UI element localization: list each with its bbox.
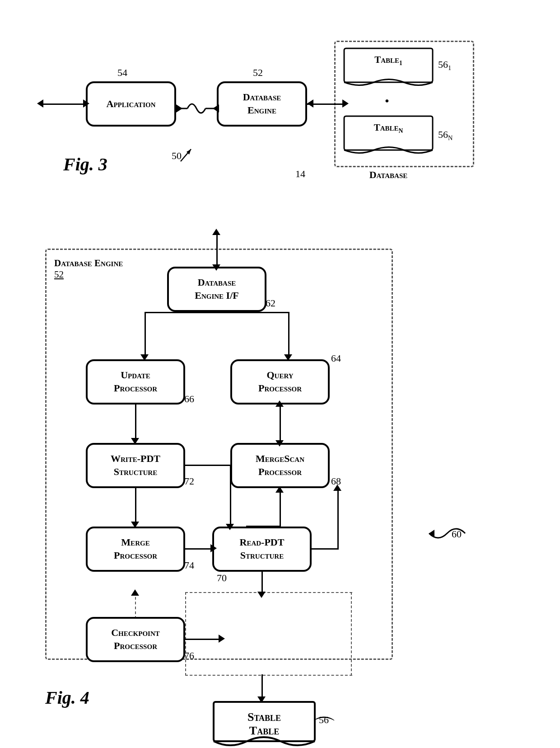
ref-52: 52 [253, 67, 263, 79]
merge-processor-box: MergeProcessor [86, 527, 185, 572]
tableN-box: TableN [343, 115, 434, 160]
arrowhead-right1 [83, 99, 89, 108]
page: Table1 TableN • Database 561 56N 14 Appl… [0, 0, 560, 748]
ref-66: 66 [184, 393, 194, 405]
arrowhead-merge-right [210, 544, 217, 552]
arrow-if-horiz-right [218, 312, 289, 313]
fig3-diagram: Table1 TableN • Database 561 56N 14 Appl… [18, 18, 542, 208]
stable-table-box: StableTable [212, 701, 316, 748]
mergescan-box: MergeScanProcessor [230, 443, 330, 488]
arrow-writepdt-right [185, 465, 231, 466]
db-engine-if-box: DatabaseEngine I/F [167, 267, 266, 312]
arrow-mergescan-readpdt [280, 488, 281, 527]
ref-14: 14 [295, 168, 305, 180]
svg-marker-4 [176, 104, 182, 113]
arrow-readpdt-mergescan-v [337, 488, 339, 548]
arrowhead-checkpoint-right [219, 635, 225, 643]
ref-56-n: 56N [438, 129, 453, 142]
arrow-top-line [216, 235, 218, 267]
ref-56-1: 561 [438, 59, 451, 72]
dots: • [385, 94, 390, 108]
arrow-mergescan-horiz [246, 526, 281, 527]
ref-70: 70 [217, 572, 227, 584]
arrow-checkpoint-right [185, 639, 221, 640]
ref-60: 60 [452, 528, 497, 540]
arrow-stable-down [261, 674, 263, 699]
dashed-bottom-v-left [185, 592, 186, 676]
arrowhead-top-up [212, 229, 220, 235]
arrow-update-to-writepdt [135, 405, 136, 441]
ref50-arrow [178, 146, 196, 165]
ref56-brace: ⌒ [312, 712, 336, 745]
fig4-caption: Fig. 4 [45, 687, 89, 708]
dashed-bottom-h2 [185, 675, 352, 676]
write-pdt-box: Write-PDTStructure [86, 443, 185, 488]
dashed-bottom-h [185, 592, 352, 593]
arrow-writepdt-merge [135, 488, 136, 524]
arrow-if-to-query-line [288, 312, 289, 357]
arrowhead-top-down [212, 264, 220, 271]
stable-table-label: StableTable [212, 710, 316, 738]
arrowhead-readpdt-stable [257, 592, 266, 598]
arrow-query-mergescan [280, 405, 281, 443]
application-box: Application [86, 81, 176, 127]
arrow-readpdt-mergescan [311, 548, 339, 550]
arrowhead-checkpoint-up [131, 589, 139, 596]
arrowhead-mergescan-read [275, 486, 284, 493]
query-processor-box: QueryProcessor [230, 359, 330, 405]
arrowhead-left2 [307, 99, 313, 108]
arrow-if-to-update-line [145, 312, 146, 357]
tableN-label: TableN [343, 122, 434, 135]
db-engine-box: DatabaseEngine [217, 81, 307, 127]
update-processor-box: UpdateProcessor [86, 359, 185, 405]
ref-60-area: 60 [425, 515, 470, 565]
arrow-merge-readpdt [185, 548, 213, 550]
arrow-writepdt-down [230, 465, 231, 527]
arrow-readpdt-stable [261, 572, 263, 594]
arrowhead-readpdt-up [333, 485, 341, 491]
ref-54: 54 [117, 67, 127, 79]
arrowhead-left1 [37, 99, 43, 108]
svg-marker-5 [213, 104, 219, 113]
arrowhead-right2 [342, 99, 349, 108]
arrowhead-query-up [275, 400, 284, 407]
read-pdt-box: Read-PDTStructure [212, 527, 312, 572]
table1-label: Table1 [343, 54, 434, 67]
arrow-left-line [43, 103, 86, 105]
dashed-bottom-v-right [351, 592, 352, 676]
ref-74: 74 [184, 560, 194, 571]
table1-box: Table1 [343, 47, 434, 92]
fig3-caption: Fig. 3 [63, 154, 107, 175]
checkpoint-processor-box: CheckpointProcessor [86, 617, 185, 662]
arrowhead-query-down [275, 440, 284, 447]
arrow-if-horiz-left [145, 312, 218, 313]
ref-64: 64 [331, 353, 341, 364]
ref-72: 72 [184, 475, 194, 487]
database-label: Database [343, 169, 434, 181]
db-engine-inner-label: Database Engine 52 [54, 258, 123, 280]
fig4-diagram: Database Engine 52 DatabaseEngine I/F 62… [18, 221, 542, 714]
squiggle-connector [176, 93, 219, 126]
ref-62: 62 [266, 297, 275, 309]
arrowhead-writepdt-down [226, 524, 234, 530]
